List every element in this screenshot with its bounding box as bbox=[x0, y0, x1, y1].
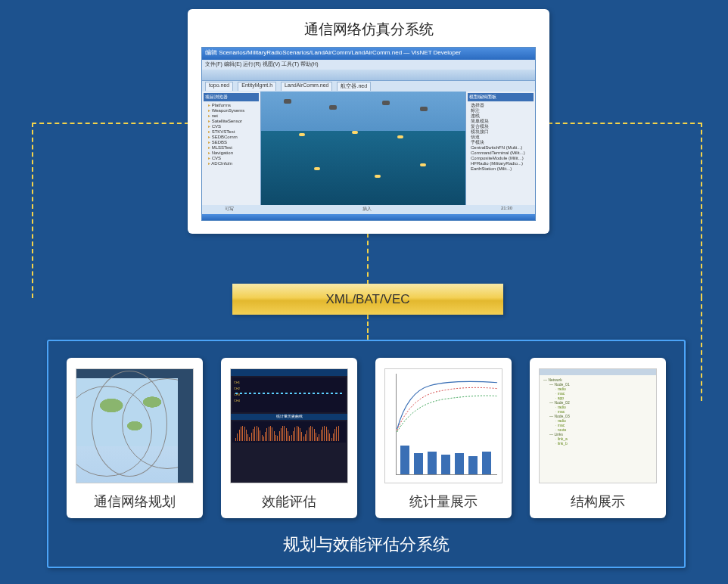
screenshot-left-panel: 项目浏览器 PlatformsWeaponSysemsnetSatelliteS… bbox=[202, 92, 261, 205]
status-center: 插入 bbox=[362, 206, 372, 213]
screenshot-right-header: 模型编辑面板 bbox=[468, 93, 534, 101]
connector-top-left bbox=[32, 123, 189, 298]
thumb-structure-display: — Network — Node_01 · radio · mac · app … bbox=[539, 368, 657, 483]
simulation-subsystem-title: 通信网络仿真分系统 bbox=[201, 20, 536, 39]
screenshot-bottombar bbox=[202, 214, 535, 220]
card-label: 结构展示 bbox=[539, 483, 657, 511]
thumb-performance-evaluation: CH1 CH2 CH3 CH4 统计量历史曲线 bbox=[230, 368, 348, 483]
card-performance-evaluation: CH1 CH2 CH3 CH4 统计量历史曲线 效能评估 bbox=[221, 358, 357, 518]
screenshot-tab: 航空器.ned bbox=[337, 82, 371, 91]
tree-item: WeaponSysems bbox=[204, 108, 259, 113]
palette-item: CommandTerminal (Milit...) bbox=[468, 151, 534, 156]
screenshot-body: 项目浏览器 PlatformsWeaponSysemsnetSatelliteS… bbox=[202, 92, 535, 205]
thumb-statistics-display bbox=[384, 368, 502, 483]
planning-evaluation-title: 规划与效能评估分系统 bbox=[48, 533, 684, 556]
palette-item: 简单模块 bbox=[468, 119, 534, 124]
screenshot-right-panel: 模型编辑面板 选择器标注连线简单模块复合模块模块接口信道子模块CentralSw… bbox=[465, 92, 535, 205]
card-structure-display: — Network — Node_01 · radio · mac · app … bbox=[530, 358, 666, 518]
tree-item: net bbox=[204, 113, 259, 119]
screenshot-tab: topo.ned bbox=[205, 82, 233, 91]
palette-item: HFRadio (MilitaryRadio...) bbox=[468, 161, 534, 166]
tree-item: CVS bbox=[204, 156, 259, 161]
thumb-network-planning bbox=[76, 368, 194, 483]
hist-title: 统计量历史曲线 bbox=[231, 414, 347, 420]
simulation-screenshot: 编辑 Scenarios/MilitaryRadioScenarios/Land… bbox=[201, 47, 536, 221]
tree-item: ADCInfoIn bbox=[204, 161, 259, 166]
palette-item: 模块接口 bbox=[468, 129, 534, 135]
palette-item: 连线 bbox=[468, 113, 534, 119]
palette-item: CentralSwitchFN (Multi...) bbox=[468, 145, 534, 151]
card-label: 通信网络规划 bbox=[76, 483, 194, 511]
screenshot-statusbar: 可写 插入 21:30 bbox=[202, 205, 535, 214]
card-row: 通信网络规划 CH1 CH2 CH3 CH4 统计量历史曲线 效能评估 bbox=[67, 358, 666, 518]
screenshot-tabs: topo.ned EntityMgmt.h LandAirComm.ned 航空… bbox=[202, 81, 535, 92]
card-label: 效能评估 bbox=[230, 483, 348, 511]
connector-top-right bbox=[548, 123, 702, 298]
screenshot-menubar: 文件(F) 编辑(E) 运行(R) 视图(V) 工具(T) 帮助(H) bbox=[202, 60, 535, 70]
status-left: 可写 bbox=[225, 206, 234, 213]
tree-item: SEDBS bbox=[204, 140, 259, 145]
screenshot-tab: EntityMgmt.h bbox=[238, 82, 276, 91]
planning-evaluation-panel: 通信网络规划 CH1 CH2 CH3 CH4 统计量历史曲线 效能评估 bbox=[47, 340, 686, 568]
card-label: 统计量展示 bbox=[384, 483, 502, 511]
interface-format-bar: XML/BAT/VEC bbox=[232, 284, 503, 315]
card-statistics-display: 统计量展示 bbox=[375, 358, 512, 518]
tree-item: Platforms bbox=[204, 103, 259, 108]
palette-item: 选择器 bbox=[468, 103, 534, 108]
status-right: 21:30 bbox=[501, 206, 512, 213]
palette-item: EarthStation (Milit...) bbox=[468, 166, 534, 172]
tree-item: SatelliteSensor bbox=[204, 119, 259, 124]
card-network-planning: 通信网络规划 bbox=[67, 358, 203, 518]
tree-item: MLSSTest bbox=[204, 145, 259, 151]
palette-item: 信道 bbox=[468, 135, 534, 140]
tree-item: STKVSTest bbox=[204, 129, 259, 135]
tree-item: CVS bbox=[204, 124, 259, 129]
screenshot-titlebar: 编辑 Scenarios/MilitaryRadioScenarios/Land… bbox=[202, 48, 535, 60]
screenshot-tab: LandAirComm.ned bbox=[281, 82, 332, 91]
connector-stem-top bbox=[367, 233, 369, 284]
simulation-subsystem-box: 通信网络仿真分系统 编辑 Scenarios/MilitaryRadioScen… bbox=[188, 9, 549, 234]
palette-item: 复合模块 bbox=[468, 124, 534, 129]
connector-right-down bbox=[701, 297, 702, 401]
tree-item: Navigation bbox=[204, 151, 259, 156]
screenshot-canvas bbox=[261, 92, 465, 205]
screenshot-toolbar bbox=[202, 70, 535, 81]
connector-stem-bottom bbox=[367, 315, 369, 340]
palette-item: 标注 bbox=[468, 108, 534, 113]
tree-item: SEDBComm bbox=[204, 135, 259, 140]
palette-item: 子模块 bbox=[468, 140, 534, 145]
screenshot-tree-header: 项目浏览器 bbox=[204, 93, 259, 101]
palette-item: CompositeModule (Milit...) bbox=[468, 156, 534, 161]
